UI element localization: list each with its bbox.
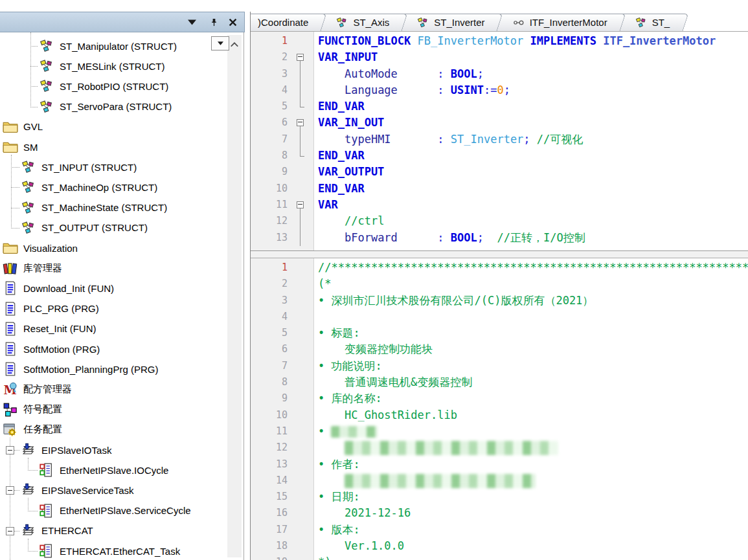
tree-item-库管理器[interactable]: 库管理器 [0, 258, 227, 278]
panel-menu-button[interactable] [186, 16, 198, 28]
line-number: 10 [251, 407, 288, 423]
fold-margin [288, 489, 313, 505]
fold-toggle-icon[interactable] [297, 119, 304, 126]
fold-margin[interactable] [288, 115, 313, 131]
tree-item-plc-prg-prg-[interactable]: PLC_PRG (PRG) [0, 299, 227, 319]
editor-area: )CoordinateST_AxisST_InverterITF_Inverte… [250, 12, 748, 560]
tree-item-eipslaveiotask[interactable]: EIPSlaveIOTask [0, 440, 227, 460]
fold-margin [288, 522, 313, 538]
task-icon [21, 443, 36, 457]
fold-line [300, 82, 300, 98]
tree-item-符号配置[interactable]: 符号配置 [0, 400, 227, 420]
code-text: VAR_OUTPUT [313, 164, 384, 180]
tab-itf-invertermotor[interactable]: ITF_InverterMotor [495, 14, 623, 31]
fold-margin [288, 148, 313, 164]
close-panel-button[interactable] [227, 16, 238, 28]
tree-item-gvl[interactable]: GVL [0, 117, 227, 137]
tab-st-inverter[interactable]: ST_Inverter [399, 14, 500, 31]
navigation-tree[interactable]: ST_Manipulator (STRUCT)ST_MESLink (STRUC… [0, 32, 244, 560]
code-text: Language : USINT:=0; [313, 82, 510, 98]
tree-item-st-machineop-struct-[interactable]: ST_MachineOp (STRUCT) [0, 177, 227, 197]
tree-item-sm[interactable]: SM [0, 137, 227, 157]
code-line-11: 11VAR [251, 197, 748, 213]
code-line-17: 17• 版本: [251, 522, 748, 538]
line-number: 2 [251, 49, 288, 65]
tree-item-ethercat-ethercat-task[interactable]: ETHERCAT.EtherCAT_Task [0, 541, 227, 560]
chevron-up-icon [230, 41, 239, 47]
pou-icon [3, 362, 18, 376]
pane-splitter[interactable] [251, 251, 748, 258]
code-line-18: 18 Ver.1.0.0 [251, 538, 748, 554]
code-text: • 版本: [313, 522, 360, 538]
line-number: 5 [251, 98, 288, 115]
fold-line [300, 98, 300, 107]
code-line-13: 13• 作者: [251, 456, 748, 473]
fold-margin [288, 66, 313, 82]
tree-item-st-manipulator-struct-[interactable]: ST_Manipulator (STRUCT) [0, 36, 227, 56]
fold-margin [288, 473, 313, 489]
implementation-pane[interactable]: 1//*************************************… [251, 258, 748, 560]
declaration-pane[interactable]: 1FUNCTION_BLOCK FB_InverterMotor IMPLEME… [251, 31, 748, 251]
code-line-2: 2VAR_INPUT [251, 49, 748, 65]
tab--coordinate[interactable]: )Coordinate [251, 14, 324, 31]
tab-st-axis[interactable]: ST_Axis [318, 14, 405, 31]
tree-item-st-robotpio-struct-[interactable]: ST_RobotPIO (STRUCT) [0, 76, 227, 96]
folder-icon [3, 241, 18, 255]
struct-icon [21, 221, 36, 235]
tree-item-ethernetipslave-iocycle[interactable]: EtherNetIPSlave.IOCycle [0, 460, 227, 480]
fold-margin [288, 131, 313, 148]
line-number: 11 [251, 197, 288, 213]
fold-margin [288, 423, 313, 440]
line-number: 7 [251, 358, 288, 374]
code-text: • 标题: [313, 325, 360, 341]
code-text: • 作者: [313, 456, 360, 473]
close-icon [229, 18, 237, 27]
tree-item-ethercat[interactable]: ETHERCAT [0, 521, 227, 541]
pin-icon [210, 18, 218, 27]
tree-item-st-servopara-struct-[interactable]: ST_ServoPara (STRUCT) [0, 97, 227, 117]
tree-item-st-meslink-struct-[interactable]: ST_MESLink (STRUCT) [0, 56, 227, 76]
tree-item-label: EtherNetIPSlave.IOCycle [54, 465, 168, 476]
tree-item-label: ST_OUTPUT (STRUCT) [36, 222, 148, 233]
tree-scrollbar[interactable] [227, 35, 242, 557]
code-line-12: 12 //ctrl [251, 213, 748, 229]
chevron-down-icon [218, 41, 223, 45]
tree-item-ethernetipslave-servicecycle[interactable]: EtherNetIPSlave.ServiceCycle [0, 501, 227, 521]
fold-margin [288, 456, 313, 473]
line-number: 1 [251, 33, 288, 49]
tree-item-reset-init-fun-[interactable]: Reset_Init (FUN) [0, 319, 227, 339]
tab-st-[interactable]: ST_ [617, 14, 686, 31]
tree-item-st-machinestate-struct-[interactable]: ST_MachineState (STRUCT) [0, 198, 227, 218]
code-line-1: 1FUNCTION_BLOCK FB_InverterMotor IMPLEME… [251, 33, 748, 49]
tree-item-st-output-struct-[interactable]: ST_OUTPUT (STRUCT) [0, 218, 227, 238]
fold-toggle-icon[interactable] [297, 201, 304, 208]
tree-item-softmotion-prg-[interactable]: SoftMotion (PRG) [0, 339, 227, 359]
fold-toggle-icon[interactable] [297, 54, 304, 61]
fold-margin[interactable] [288, 49, 313, 65]
fold-margin [288, 554, 313, 560]
tree-item-配方管理器[interactable]: M配方管理器 [0, 379, 227, 399]
tree-item-label: EIPSlaveIOTask [36, 445, 111, 456]
code-text [313, 473, 536, 489]
tree-item-st-input-struct-[interactable]: ST_INPUT (STRUCT) [0, 157, 227, 177]
scroll-up-button[interactable] [227, 39, 242, 49]
code-text: HC_GhostRider.lib [313, 407, 457, 423]
line-number: 4 [251, 309, 288, 325]
line-number: 13 [251, 456, 288, 473]
tree-item-label: ST_ServoPara (STRUCT) [54, 101, 172, 112]
code-line-12: 12 [251, 440, 748, 456]
code-line-3: 3• 深圳市汇川技术股份有限公司/(C)版权所有（2021） [251, 293, 748, 309]
pou-icon [3, 342, 18, 356]
line-number: 5 [251, 325, 288, 341]
tree-item-eipslaveservicetask[interactable]: EIPSlaveServiceTask [0, 480, 227, 500]
fold-margin[interactable] [288, 197, 313, 213]
tree-item-softmotion-planningprg-prg-[interactable]: SoftMotion_PlanningPrg (PRG) [0, 359, 227, 379]
tree-item-visualization[interactable]: Visualization [0, 238, 227, 258]
tree-dropdown-button[interactable] [211, 36, 229, 50]
tree-item-任务配置[interactable]: 任务配置 [0, 420, 227, 440]
task-call-icon [39, 544, 54, 558]
line-number: 12 [251, 213, 288, 229]
tree-item-download-init-fun-[interactable]: Download_Init (FUN) [0, 278, 227, 298]
symbol-config-icon [3, 403, 18, 417]
pin-panel-button[interactable] [208, 16, 220, 28]
